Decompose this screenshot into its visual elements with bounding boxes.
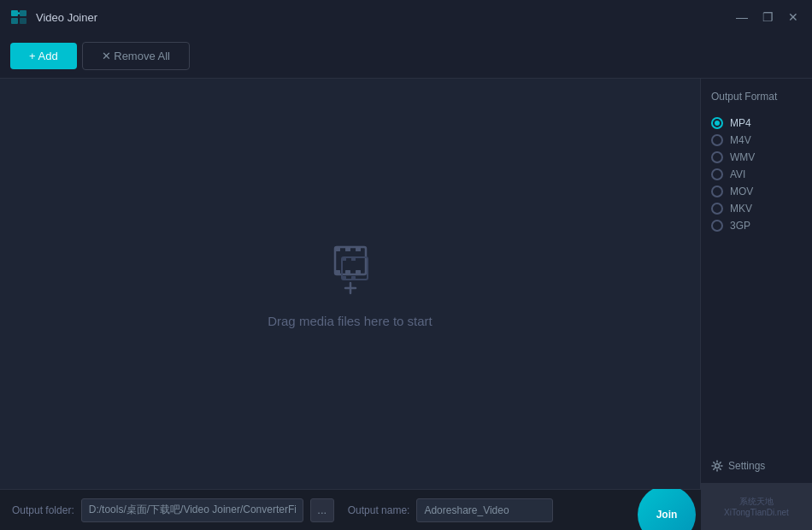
- output-folder-field: Output folder: ...: [12, 498, 334, 522]
- title-bar-left: Video Joiner: [10, 8, 97, 26]
- close-button[interactable]: ✕: [785, 9, 802, 26]
- format-options-container: MP4M4VWMVAVIMOVMKV3GP: [711, 115, 802, 234]
- radio-mov: [711, 186, 723, 197]
- drop-icon: [320, 240, 381, 298]
- remove-all-button[interactable]: ✕ Remove All: [82, 42, 190, 70]
- radio-avi: [711, 168, 723, 180]
- format-label-mov: MOV: [730, 186, 753, 197]
- format-label-mkv: MKV: [730, 203, 752, 215]
- browse-button[interactable]: ...: [310, 498, 334, 522]
- output-name-label: Output name:: [348, 504, 410, 516]
- radio-mp4: [711, 117, 723, 129]
- drop-zone-text: Drag media files here to start: [268, 314, 432, 328]
- format-label-3gp: 3GP: [730, 220, 750, 232]
- format-option-mov[interactable]: MOV: [711, 183, 802, 200]
- svg-rect-17: [351, 257, 356, 261]
- add-button[interactable]: + Add: [10, 43, 77, 69]
- join-button[interactable]: Join: [638, 489, 696, 530]
- output-folder-input[interactable]: [81, 498, 303, 522]
- main-area: Drag media files here to start Output Fo…: [0, 79, 812, 489]
- svg-rect-19: [351, 276, 356, 280]
- maximize-button[interactable]: ❐: [759, 9, 776, 26]
- svg-rect-9: [356, 247, 361, 251]
- svg-rect-2: [11, 18, 18, 24]
- svg-rect-3: [20, 18, 26, 24]
- format-option-m4v[interactable]: M4V: [711, 132, 802, 149]
- output-name-input[interactable]: [416, 498, 553, 522]
- join-button-container: Join: [633, 489, 701, 530]
- svg-rect-0: [11, 10, 18, 16]
- svg-rect-10: [335, 270, 340, 274]
- settings-label: Settings: [728, 460, 765, 472]
- app-title: Video Joiner: [36, 11, 97, 24]
- format-option-3gp[interactable]: 3GP: [711, 217, 802, 234]
- svg-rect-12: [356, 270, 361, 274]
- toolbar: + Add ✕ Remove All: [0, 34, 812, 79]
- format-option-mkv[interactable]: MKV: [711, 200, 802, 217]
- radio-m4v: [711, 134, 723, 146]
- output-format-title: Output Format: [711, 91, 802, 103]
- format-label-m4v: M4V: [730, 134, 751, 146]
- svg-rect-8: [345, 247, 350, 251]
- watermark: 系统天地XiTongTianDi.net: [701, 483, 812, 530]
- radio-wmv: [711, 151, 723, 163]
- svg-rect-1: [20, 10, 26, 16]
- svg-rect-7: [335, 247, 340, 251]
- settings-icon: [711, 460, 723, 472]
- format-label-mp4: MP4: [730, 117, 751, 129]
- format-option-mp4[interactable]: MP4: [711, 115, 802, 132]
- radio-3gp: [711, 220, 723, 232]
- title-bar-controls: — ❐ ✕: [733, 9, 802, 26]
- svg-rect-18: [342, 276, 346, 280]
- svg-rect-16: [342, 257, 346, 261]
- title-bar: Video Joiner — ❐ ✕: [0, 0, 812, 34]
- svg-rect-11: [345, 270, 350, 274]
- format-option-avi[interactable]: AVI: [711, 166, 802, 183]
- settings-button[interactable]: Settings: [711, 455, 802, 477]
- right-panel: Output Format MP4M4VWMVAVIMOVMKV3GP Sett…: [701, 79, 812, 489]
- svg-point-20: [715, 464, 720, 468]
- drop-zone[interactable]: Drag media files here to start: [0, 79, 701, 489]
- format-label-avi: AVI: [730, 168, 745, 180]
- output-folder-label: Output folder:: [12, 504, 74, 516]
- minimize-button[interactable]: —: [733, 9, 750, 26]
- format-label-wmv: WMV: [730, 151, 755, 163]
- format-option-wmv[interactable]: WMV: [711, 149, 802, 166]
- radio-mkv: [711, 203, 723, 215]
- app-icon: [10, 8, 29, 26]
- watermark-text: 系统天地XiTongTianDi.net: [724, 496, 789, 517]
- output-name-field: Output name:: [348, 498, 554, 522]
